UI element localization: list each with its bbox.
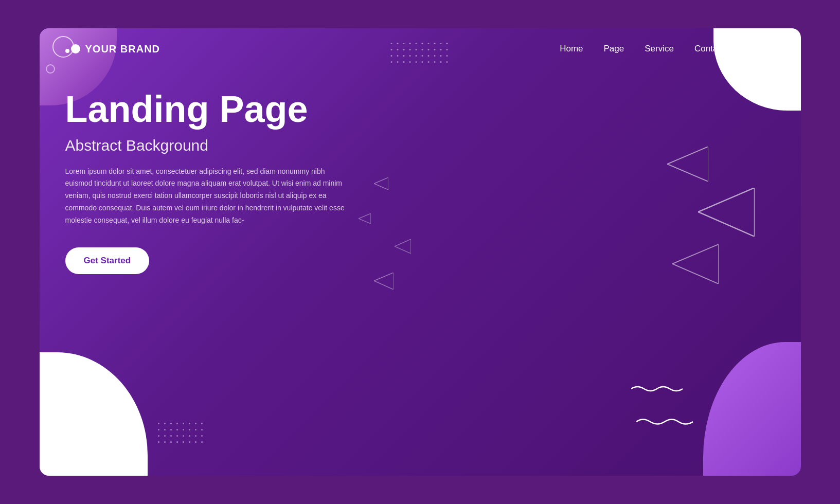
blob-bottom-left [40,352,148,476]
cta-button[interactable]: Get Started [65,247,150,274]
hamburger-line-2 [761,48,775,50]
brand-dot-small [65,49,69,53]
svg-marker-2 [395,239,411,254]
triangle-decoration-3 [395,239,411,256]
svg-marker-3 [374,273,394,290]
hero-subtitle: Abstract Background [65,137,353,154]
svg-marker-1 [359,213,371,224]
svg-marker-6 [672,244,719,284]
hamburger-line-3 [761,52,775,54]
nav-home[interactable]: Home [560,44,583,54]
svg-marker-0 [374,177,388,190]
triangle-decoration-5 [667,147,708,184]
triangle-decoration-1 [374,177,388,192]
nav-links: Home Page Service Contact [560,44,775,54]
triangle-decoration-7 [672,244,719,286]
hamburger-menu[interactable] [761,44,775,54]
brand-dot-large [71,44,80,53]
nav-contact[interactable]: Contact [694,44,725,54]
triangle-decoration-4 [374,273,394,292]
brand-name: YOUR BRAND [85,43,160,55]
brand-icon [65,44,80,53]
wavy-decoration-top [631,384,683,396]
hero-content: Landing Page Abstract Background Lorem i… [65,90,353,274]
triangle-decoration-2 [359,213,371,226]
brand-logo[interactable]: YOUR BRAND [65,43,160,55]
dots-bottom-pattern: (function(){ var d = document.currentScr… [158,423,205,445]
navbar: YOUR BRAND Home Page Service Contact [40,28,801,69]
landing-page-frame: (function(){ var d = document.currentScr… [40,28,801,476]
hero-body: Lorem ipsum dolor sit amet, consectetuer… [65,166,353,227]
wavy-decoration-bottom [636,416,693,429]
nav-page[interactable]: Page [604,44,624,54]
svg-marker-4 [667,147,708,182]
hamburger-line-1 [761,44,775,46]
svg-marker-5 [698,188,755,237]
blob-bottom-right [703,342,801,476]
nav-service[interactable]: Service [645,44,674,54]
hero-title: Landing Page [65,90,353,129]
triangle-decoration-6 [698,188,755,239]
